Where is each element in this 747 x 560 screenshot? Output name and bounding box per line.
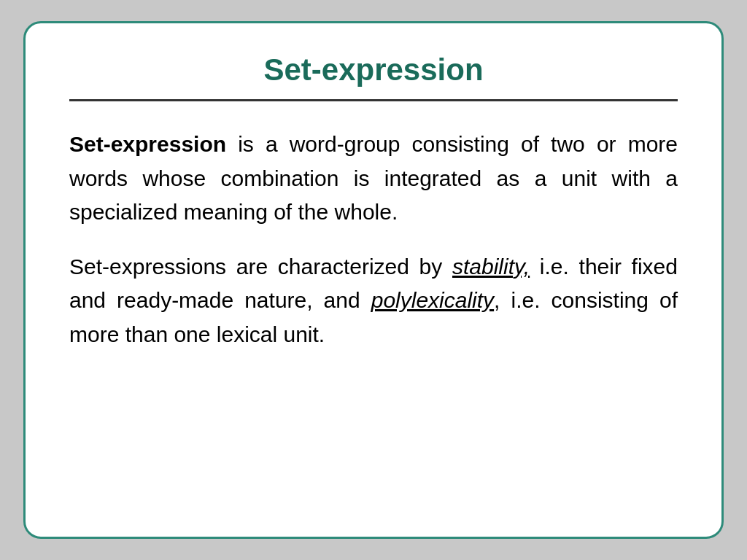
paragraph-1: Set-expression is a word-group consistin… bbox=[69, 128, 678, 230]
term-stability: stability, bbox=[452, 254, 530, 279]
term-polylexicality: polylexicality bbox=[371, 288, 494, 312]
slide-body: Set-expression is a word-group consistin… bbox=[69, 128, 678, 508]
term-set-expression: Set-expression bbox=[69, 132, 226, 156]
paragraph-2: Set-expressions are characterized by sta… bbox=[69, 250, 678, 352]
slide-header: Set-expression bbox=[69, 52, 678, 101]
slide: Set-expression Set-expression is a word-… bbox=[23, 21, 724, 539]
slide-title: Set-expression bbox=[69, 52, 678, 88]
paragraph-2-line1-start: Set-expressions are characterized by bbox=[69, 254, 452, 279]
